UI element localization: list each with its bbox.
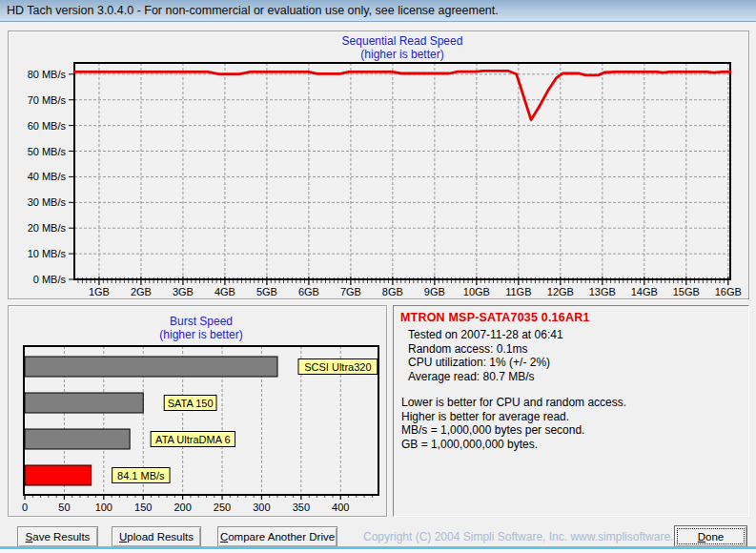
random-access-line: Random access: 0.1ms	[399, 342, 741, 357]
svg-text:Sequential Read Speed: Sequential Read Speed	[342, 34, 463, 48]
copyright-text: Copyright (C) 2004 Simpli Software, Inc.…	[363, 530, 661, 543]
svg-text:100: 100	[95, 502, 112, 513]
svg-text:50 MB/s: 50 MB/s	[28, 146, 67, 157]
note-line: Higher is better for average read.	[399, 410, 741, 424]
svg-text:8GB: 8GB	[382, 286, 403, 297]
note-line: MB/s = 1,000,000 bytes per second.	[399, 423, 741, 438]
compare-label: ompare Another Drive	[228, 531, 335, 543]
burst-bar	[25, 429, 130, 449]
svg-text:(higher is better): (higher is better)	[159, 328, 242, 341]
svg-text:SCSI Ultra320: SCSI Ultra320	[304, 361, 371, 373]
sequential-read-panel: Sequential Read Speed(higher is better)0…	[8, 31, 749, 299]
svg-text:7GB: 7GB	[340, 286, 361, 297]
svg-text:11GB: 11GB	[505, 286, 531, 297]
tested-on-line: Tested on 2007-11-28 at 06:41	[399, 328, 741, 342]
done-accesskey: D	[698, 531, 705, 543]
done-label: one	[705, 531, 724, 543]
burst-bar	[25, 357, 277, 377]
burst-speed-chart: Burst Speed(higher is better)05010015020…	[9, 306, 386, 516]
compare-accesskey: C	[220, 531, 228, 543]
cpu-utilization-line: CPU utilization: 1% (+/- 2%)	[399, 356, 741, 370]
hdtach-window: HD Tach version 3.0.4.0 - For non-commer…	[0, 0, 756, 553]
compare-another-drive-button[interactable]: Compare Another Drive	[217, 526, 337, 547]
svg-text:150: 150	[134, 502, 152, 513]
note-line: GB = 1,000,000,000 bytes.	[399, 438, 741, 452]
drive-model-title: MTRON MSP-SATA7035 0.16AR1	[400, 311, 741, 324]
svg-text:4GB: 4GB	[215, 286, 235, 297]
note-line: Lower is better for CPU and random acces…	[399, 396, 741, 410]
save-label: ave Results	[32, 531, 90, 543]
average-read-line: Average read: 80.7 MB/s	[399, 370, 741, 384]
burst-bar	[25, 393, 143, 413]
title-bar: HD Tach version 3.0.4.0 - For non-commer…	[0, 0, 756, 22]
svg-text:30 MB/s: 30 MB/s	[28, 196, 67, 208]
svg-text:250: 250	[214, 502, 231, 513]
burst-bar	[25, 465, 92, 485]
svg-text:15GB: 15GB	[673, 286, 700, 297]
svg-text:300: 300	[253, 502, 270, 513]
svg-text:60 MB/s: 60 MB/s	[28, 120, 67, 132]
save-results-button[interactable]: Save Results	[17, 526, 98, 547]
svg-text:14GB: 14GB	[631, 286, 658, 297]
svg-text:10 MB/s: 10 MB/s	[28, 248, 67, 259]
window-bottom-gap	[0, 549, 756, 553]
svg-text:20 MB/s: 20 MB/s	[28, 222, 67, 234]
svg-text:12GB: 12GB	[547, 286, 574, 297]
sequential-read-chart: Sequential Read Speed(higher is better)0…	[9, 31, 748, 298]
svg-text:2GB: 2GB	[131, 286, 152, 297]
done-button[interactable]: Done	[674, 525, 747, 547]
svg-text:9GB: 9GB	[424, 286, 445, 297]
burst-speed-panel: Burst Speed(higher is better)05010015020…	[8, 305, 387, 517]
svg-text:400: 400	[332, 502, 349, 513]
svg-text:80 MB/s: 80 MB/s	[28, 69, 67, 80]
svg-text:1GB: 1GB	[89, 286, 110, 297]
svg-text:(higher is better): (higher is better)	[360, 48, 443, 61]
upload-results-button[interactable]: Upload Results	[112, 526, 201, 547]
svg-text:40 MB/s: 40 MB/s	[28, 171, 67, 182]
svg-text:16GB: 16GB	[715, 286, 742, 297]
svg-text:10GB: 10GB	[463, 286, 490, 297]
svg-text:200: 200	[174, 502, 191, 513]
svg-text:Burst Speed: Burst Speed	[170, 315, 233, 328]
svg-text:5GB: 5GB	[256, 286, 277, 297]
upload-label: pload Results	[127, 531, 194, 543]
svg-text:50: 50	[58, 502, 70, 513]
svg-text:ATA UltraDMA 6: ATA UltraDMA 6	[155, 434, 230, 445]
svg-text:3GB: 3GB	[173, 286, 194, 297]
window-title: HD Tach version 3.0.4.0 - For non-commer…	[7, 4, 499, 17]
svg-text:0: 0	[22, 502, 28, 513]
svg-text:0 MB/s: 0 MB/s	[33, 274, 67, 285]
svg-text:SATA 150: SATA 150	[168, 398, 214, 409]
svg-text:84.1 MB/s: 84.1 MB/s	[117, 470, 165, 481]
svg-text:70 MB/s: 70 MB/s	[28, 94, 67, 106]
notes-block: Lower is better for CPU and random acces…	[399, 396, 741, 451]
svg-text:13GB: 13GB	[589, 286, 616, 297]
svg-text:350: 350	[293, 502, 310, 513]
svg-text:6GB: 6GB	[298, 286, 319, 297]
drive-info-panel: MTRON MSP-SATA7035 0.16AR1 Tested on 200…	[393, 305, 749, 517]
